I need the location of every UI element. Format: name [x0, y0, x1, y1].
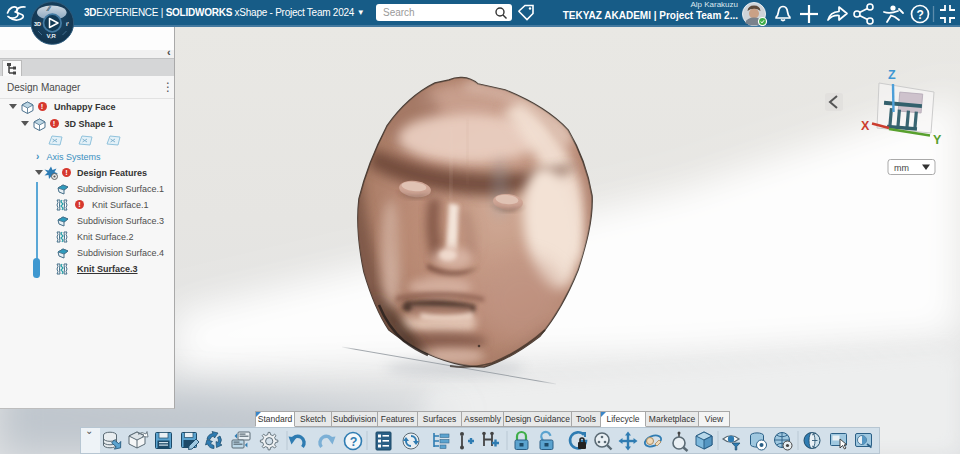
svg-text:mm: mm [894, 163, 909, 173]
svg-text:3D: 3D [34, 21, 41, 27]
svg-text:?: ? [917, 8, 924, 22]
svg-text:Y: Y [933, 133, 942, 147]
svg-text:Z: Z [888, 68, 896, 82]
svg-text:X: X [861, 119, 870, 133]
svg-text:V,R: V,R [47, 33, 57, 39]
svg-text:?: ? [350, 435, 358, 449]
